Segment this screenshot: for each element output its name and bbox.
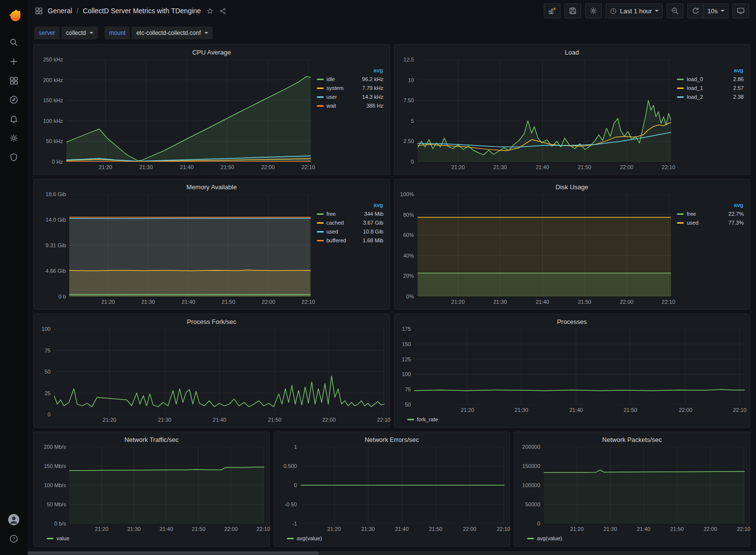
plot-area[interactable]	[418, 194, 671, 296]
legend-series-value: 1.68 Mib	[363, 237, 383, 243]
add-panel-button[interactable]	[544, 3, 560, 18]
legend-item-free[interactable]: free344 Mib	[317, 211, 384, 217]
y-axis: 0 b4.66 Gib9.31 Gib14.0 Gib18.6 Gib	[39, 194, 69, 296]
scrollbar-thumb[interactable]	[28, 552, 319, 555]
star-icon[interactable]	[206, 7, 214, 15]
panel-memory-available: Memory Available 0 b4.66 Gib9.31 Gib14.0…	[33, 179, 390, 310]
legend-item-value[interactable]: value	[47, 535, 69, 541]
panel-cpu-average: CPU Average 0 Hz50 kHz100 kHz150 kHz200 …	[33, 44, 390, 175]
configuration-gear-icon[interactable]	[3, 128, 25, 147]
plot-area[interactable]	[54, 329, 385, 414]
panel-legend: fork_rate	[399, 414, 745, 424]
panel-title[interactable]: Network Traffic/sec	[39, 434, 264, 447]
save-dashboard-button[interactable]	[564, 3, 581, 18]
plot-area[interactable]	[301, 447, 505, 524]
legend-series-name: value	[56, 535, 69, 541]
variable-mount: mount etc-collectd-collectd.conf	[105, 27, 213, 39]
chart-svg	[418, 59, 671, 162]
legend-item-load_2[interactable]: load_22.38	[677, 94, 744, 100]
y-tick-label: 100 Mb/s	[44, 482, 66, 488]
zoom-out-button[interactable]	[667, 3, 683, 18]
panel-title[interactable]: Memory Available	[39, 181, 385, 194]
x-tick-label: 21:20	[451, 299, 465, 305]
apps-grid-icon[interactable]	[34, 6, 43, 15]
x-tick-label: 22:00	[679, 407, 693, 413]
plot-area[interactable]	[544, 447, 745, 524]
panel-title[interactable]: Disk Usage	[399, 181, 745, 194]
legend-item-used[interactable]: used10.8 Gib	[317, 229, 384, 234]
plot-area[interactable]	[414, 329, 745, 405]
panel-legend: avg(value)	[519, 533, 745, 543]
y-tick-label: 20%	[403, 273, 414, 279]
variable-mount-value-dropdown[interactable]: etc-collectd-collectd.conf	[131, 27, 212, 39]
panel-title[interactable]: CPU Average	[39, 47, 385, 59]
legend-item-idle[interactable]: idle96.2 kHz	[317, 76, 384, 82]
y-axis: 0 b/s50 Mb/s100 Mb/s150 Mb/s200 Mb/s	[39, 447, 69, 524]
panel-title[interactable]: Network Errors/sec	[279, 434, 504, 447]
search-icon[interactable]	[3, 32, 25, 52]
horizontal-scrollbar[interactable]	[28, 551, 756, 555]
y-tick-label: 175	[402, 326, 411, 332]
share-icon[interactable]	[219, 7, 226, 15]
legend-series-name: free	[687, 211, 696, 217]
x-tick-label: 22:10	[377, 417, 391, 423]
breadcrumb-separator: /	[77, 7, 79, 15]
panel-title[interactable]: Network Packets/sec	[519, 434, 745, 447]
panel-process-fork: Process Fork/sec 025507510021:2021:3021:…	[33, 314, 390, 428]
dashboard-settings-button[interactable]	[585, 3, 602, 18]
dashboards-grid-icon[interactable]	[3, 71, 25, 90]
y-tick-label: 0 Hz	[52, 159, 63, 165]
refresh-button[interactable]	[687, 3, 704, 18]
plot-area[interactable]	[69, 194, 310, 296]
refresh-interval-dropdown[interactable]: 10s	[703, 3, 728, 18]
refresh-button-group: 10s	[687, 3, 728, 18]
legend-item-load_1[interactable]: load_12.57	[677, 85, 744, 91]
variable-server-value-dropdown[interactable]: collectd	[61, 27, 98, 39]
legend-series-name: used	[327, 229, 338, 234]
legend-item-avg(value)[interactable]: avg(value)	[287, 535, 322, 541]
legend-item-load_0[interactable]: load_02.86	[677, 76, 744, 82]
user-avatar[interactable]	[3, 510, 25, 529]
kiosk-mode-button[interactable]	[732, 3, 749, 18]
create-plus-icon[interactable]	[3, 52, 25, 71]
chevron-down-icon	[204, 32, 208, 34]
panel-legend: avgfree22.7%used77.3%	[671, 194, 745, 306]
legend-avg-header[interactable]: avg	[677, 67, 744, 73]
y-tick-label: 12.5	[403, 57, 414, 62]
plot-area[interactable]	[66, 59, 310, 162]
help-circle-icon[interactable]: ?	[3, 529, 25, 548]
legend-avg-header[interactable]: avg	[317, 67, 384, 73]
explore-compass-icon[interactable]	[3, 90, 25, 109]
panel-legend: avgfree344 Mibcached3.67 Gibused10.8 Gib…	[311, 194, 385, 306]
x-tick-label: 22:10	[302, 164, 315, 170]
legend-item-free[interactable]: free22.7%	[677, 211, 744, 217]
alerting-bell-icon[interactable]	[3, 109, 25, 128]
legend-item-fork_rate[interactable]: fork_rate	[407, 416, 438, 422]
legend-item-cached[interactable]: cached3.67 Gib	[317, 220, 384, 226]
panel-title[interactable]: Process Fork/sec	[39, 316, 385, 329]
plot-area[interactable]	[418, 59, 671, 162]
legend-avg-header[interactable]: avg	[677, 202, 744, 208]
series-color-swatch	[317, 96, 324, 98]
server-admin-shield-icon[interactable]	[3, 147, 25, 167]
legend-item-used[interactable]: used77.3%	[677, 220, 744, 226]
y-tick-label: 100	[402, 371, 411, 377]
y-tick-label: 25	[45, 390, 51, 396]
legend-item-user[interactable]: user14.3 kHz	[317, 94, 384, 100]
panel-title[interactable]: Load	[399, 47, 745, 59]
legend-item-system[interactable]: system7.79 kHz	[317, 85, 384, 91]
grafana-logo-icon[interactable]	[5, 6, 22, 23]
breadcrumb-folder[interactable]: General	[48, 7, 72, 15]
chart-svg	[414, 329, 745, 405]
legend-item-wait[interactable]: wait386 Hz	[317, 103, 384, 109]
y-tick-label: 125	[402, 356, 411, 362]
time-range-picker[interactable]: Last 1 hour	[606, 3, 663, 18]
panel-title[interactable]: Processes	[399, 316, 745, 329]
plot-area[interactable]	[69, 447, 264, 524]
x-tick-label: 21:20	[461, 407, 475, 413]
legend-avg-header[interactable]: avg	[317, 202, 384, 208]
x-tick-label: 22:00	[620, 299, 634, 305]
legend-series-name: load_2	[687, 94, 703, 100]
legend-item-avg(value)[interactable]: avg(value)	[527, 535, 562, 541]
legend-item-buffered[interactable]: buffered1.68 Mib	[317, 237, 384, 243]
